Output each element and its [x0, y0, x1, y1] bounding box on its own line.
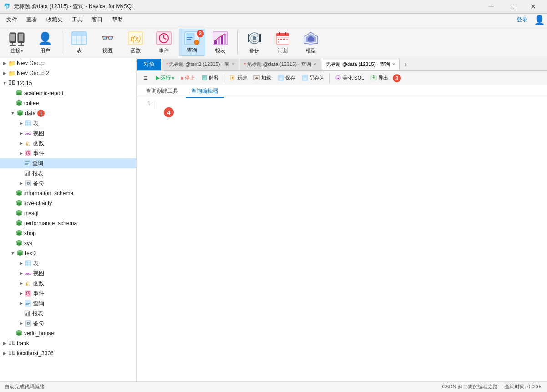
- toggle-text2[interactable]: ▼: [9, 250, 16, 257]
- sidebar-item-information-schema[interactable]: information_schema: [0, 188, 136, 198]
- sidebar-item-sys[interactable]: sys: [0, 238, 136, 248]
- maximize-button[interactable]: □: [501, 0, 522, 14]
- sidebar-item-text2[interactable]: ▼ text2: [0, 248, 136, 258]
- sidebar-item-data-view[interactable]: ▶ ∞∞ 视图: [0, 128, 136, 138]
- code-editor[interactable]: 1 4: [137, 98, 547, 381]
- func-icon-data: f(): [25, 140, 32, 147]
- sidebar-item-data-table[interactable]: ▶ 表: [0, 118, 136, 128]
- toolbar-connect[interactable]: 连接 ▾: [4, 29, 30, 56]
- subtab-editor[interactable]: 查询编辑器: [186, 85, 224, 98]
- svg-point-35: [253, 36, 256, 40]
- explain-button[interactable]: 解释: [198, 73, 222, 84]
- toggle-data[interactable]: ▼: [9, 110, 16, 117]
- stop-button[interactable]: ■ 停止: [178, 73, 198, 84]
- run-button[interactable]: ▶ 运行 ▾: [153, 73, 177, 84]
- menu-favorites[interactable]: 收藏夹: [42, 15, 67, 25]
- sidebar-item-performance-schema[interactable]: performance_schema: [0, 218, 136, 228]
- db-icon-verio: [15, 330, 23, 337]
- subtab-creator[interactable]: 查询创建工具: [140, 85, 184, 98]
- tab1-close[interactable]: ✕: [231, 62, 235, 67]
- toggle-text2-table[interactable]: ▶: [17, 260, 25, 267]
- toggle-data-view[interactable]: ▶: [17, 130, 25, 137]
- sidebar-item-text2-backup[interactable]: ▶ 备份: [0, 318, 136, 328]
- menu-window[interactable]: 窗口: [87, 15, 107, 25]
- new-tab-button[interactable]: +: [401, 60, 410, 69]
- menu-tools[interactable]: 工具: [67, 15, 87, 25]
- toolbar-view[interactable]: 👓 视图: [94, 29, 121, 56]
- menu-help[interactable]: 帮助: [107, 15, 127, 25]
- toolbar-schedule[interactable]: 计划: [269, 29, 296, 56]
- status-branding: CSDN @二狗的编程之路: [442, 384, 497, 389]
- toolbar-query[interactable]: ! 查询 2: [179, 29, 205, 56]
- load-button[interactable]: 加载: [251, 73, 274, 84]
- toggle-new-group-2[interactable]: ▶: [1, 70, 8, 77]
- beautify-icon: ✦: [335, 75, 341, 82]
- toggle-frank[interactable]: ▶: [1, 340, 8, 347]
- minimize-button[interactable]: ─: [481, 0, 501, 14]
- toggle-text2-query[interactable]: ▶: [17, 300, 25, 307]
- toggle-text2-backup[interactable]: ▶: [17, 320, 25, 327]
- sidebar-item-data-event[interactable]: ▶ 事件: [0, 148, 136, 158]
- toggle-data-backup[interactable]: ▶: [17, 180, 25, 187]
- tab-text2-table[interactable]: * 无标题 @text2 (12315) - 表 ✕: [162, 59, 239, 70]
- toggle-localhost[interactable]: ▶: [1, 350, 8, 357]
- new-query-button[interactable]: 新建: [227, 73, 250, 84]
- menu-file[interactable]: 文件: [2, 15, 22, 25]
- close-button[interactable]: ✕: [522, 0, 543, 14]
- menu-view[interactable]: 查看: [22, 15, 42, 25]
- tab-data-query-1[interactable]: * 无标题 @data (12315) - 查询 ✕: [240, 59, 321, 70]
- toggle-text2-func[interactable]: ▶: [17, 280, 25, 287]
- svg-rect-111: [26, 261, 27, 262]
- toggle-12315[interactable]: ▼: [1, 80, 8, 87]
- query-toolbar: ≡ ▶ 运行 ▾ ■ 停止 解释 新建: [137, 71, 547, 85]
- sidebar-item-data-query[interactable]: 查询: [0, 158, 136, 168]
- login-button[interactable]: 登录: [512, 15, 532, 25]
- toolbar-event[interactable]: 事件: [151, 29, 177, 56]
- sidebar-item-love-charity[interactable]: love-charity: [0, 198, 136, 208]
- tab-data-query-2[interactable]: 无标题 @data (12315) - 查询 ✕: [322, 59, 400, 70]
- toolbar-report[interactable]: 报表: [207, 29, 233, 56]
- toggle-data-table[interactable]: ▶: [17, 120, 25, 127]
- tab3-close[interactable]: ✕: [392, 62, 395, 67]
- sidebar-item-data-report[interactable]: 报表: [0, 168, 136, 178]
- tab-object[interactable]: 对象: [137, 59, 161, 70]
- toggle-data-func[interactable]: ▶: [17, 140, 25, 147]
- sidebar-item-coffee[interactable]: coffee: [0, 98, 136, 108]
- sidebar-item-data[interactable]: ▼ data 1: [0, 108, 136, 118]
- sidebar-item-text2-view[interactable]: ▶ ∞∞ 视图: [0, 268, 136, 278]
- sidebar-item-new-group-2[interactable]: ▶ 📁 New Group 2: [0, 68, 136, 78]
- toolbar-model[interactable]: 模型: [298, 29, 324, 56]
- toolbar-backup[interactable]: 备份: [241, 29, 268, 56]
- svg-point-97: [16, 221, 22, 222]
- sidebar-item-text2-event[interactable]: ▶ 事件: [0, 288, 136, 298]
- sidebar-item-data-backup[interactable]: ▶ 备份: [0, 178, 136, 188]
- sidebar-item-text2-func[interactable]: ▶ f() 函数: [0, 278, 136, 288]
- sidebar-item-text2-table[interactable]: ▶ 表: [0, 258, 136, 268]
- toolbar-user[interactable]: 👤 用户: [32, 29, 58, 56]
- toolbar-table[interactable]: 表: [66, 29, 92, 56]
- toggle-new-group-1[interactable]: ▶: [1, 60, 8, 67]
- save-as-button[interactable]: 另存为: [299, 73, 327, 84]
- export-button[interactable]: 导出: [368, 73, 391, 84]
- beautify-button[interactable]: ✦ 美化 SQL: [332, 73, 367, 84]
- sidebar-item-data-func[interactable]: ▶ f() 函数: [0, 138, 136, 148]
- save-button[interactable]: 保存: [275, 73, 298, 84]
- load-label: 加载: [261, 75, 271, 81]
- sidebar-item-new-group-1[interactable]: ▶ 📁 New Group: [0, 58, 136, 68]
- sidebar-item-text2-query[interactable]: ▶ 查询: [0, 298, 136, 308]
- sidebar-item-academic-report[interactable]: academic-report: [0, 88, 136, 98]
- db-icon-text2: [16, 250, 24, 257]
- sidebar-item-mysql[interactable]: mysql: [0, 208, 136, 218]
- toggle-data-event[interactable]: ▶: [17, 150, 25, 157]
- toggle-text2-view[interactable]: ▶: [17, 270, 25, 277]
- sidebar-item-verio-house[interactable]: verio_house: [0, 328, 136, 338]
- sidebar-item-shop[interactable]: shop: [0, 228, 136, 238]
- hamburger-button[interactable]: ≡: [139, 72, 152, 85]
- sidebar-item-localhost[interactable]: ▶ localhost_3306: [0, 348, 136, 358]
- toolbar-function[interactable]: f(x) 函数: [122, 29, 149, 56]
- toggle-text2-event[interactable]: ▶: [17, 290, 25, 297]
- sidebar-item-text2-report[interactable]: 报表: [0, 308, 136, 318]
- tab2-close[interactable]: ✕: [313, 62, 317, 67]
- sidebar-item-12315[interactable]: ▼ 12315: [0, 78, 136, 88]
- sidebar-item-frank[interactable]: ▶ frank: [0, 338, 136, 348]
